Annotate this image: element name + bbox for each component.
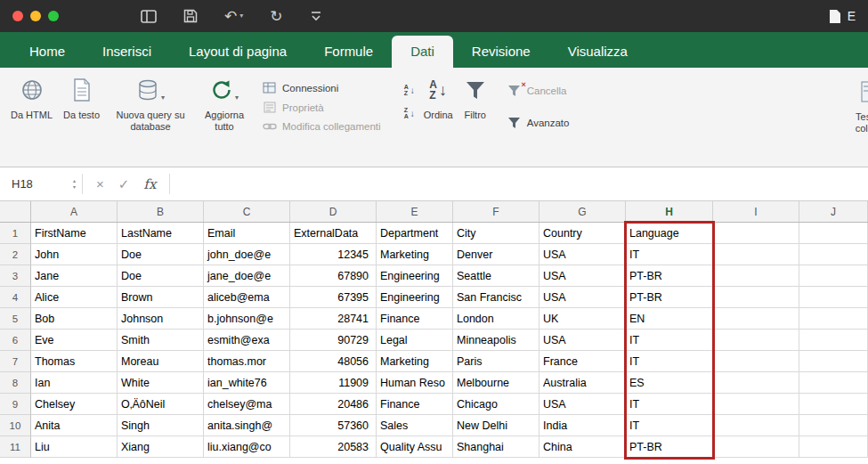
proprieta-button[interactable]: Proprietà	[262, 102, 381, 113]
cell-I3[interactable]	[713, 265, 799, 287]
aggiorna-tutto-button[interactable]: ▾ Aggiorna tutto	[198, 73, 251, 134]
cell-A1[interactable]: FirstName	[31, 223, 118, 244]
cell-H11[interactable]: PT-BR	[626, 436, 713, 458]
cell-E2[interactable]: Marketing	[377, 244, 453, 265]
sort-ascending-button[interactable]: AZ ↓	[404, 84, 415, 96]
cell-B5[interactable]: Johnson	[118, 308, 204, 330]
cell-E10[interactable]: Sales	[377, 415, 453, 436]
cell-D4[interactable]: 67395	[290, 287, 377, 308]
cell-J7[interactable]	[799, 351, 868, 372]
cell-F8[interactable]: Melbourne	[453, 372, 539, 394]
row-header-4[interactable]: 4	[0, 287, 31, 308]
confirm-entry-button[interactable]: ✓	[118, 176, 130, 192]
cell-B7[interactable]: Moreau	[118, 351, 204, 372]
cell-I7[interactable]	[713, 351, 799, 372]
cell-J1[interactable]	[799, 223, 868, 244]
name-box-stepper[interactable]: ▴ ▾	[73, 178, 82, 190]
testo-in-colonne-button[interactable]: Testo in colonne	[835, 75, 868, 136]
avanzato-button[interactable]: Avanzato	[507, 117, 570, 129]
column-header-B[interactable]: B	[118, 201, 204, 222]
cell-I8[interactable]	[713, 372, 799, 394]
cell-A2[interactable]: John	[31, 244, 118, 265]
tab-visualizza[interactable]: Visualizza	[549, 36, 646, 68]
cell-J2[interactable]	[799, 244, 868, 265]
cell-C11[interactable]: liu.xiang@co	[204, 436, 290, 458]
cell-G3[interactable]: USA	[539, 265, 626, 287]
minimize-button[interactable]	[30, 11, 41, 21]
cell-B11[interactable]: Xiang	[118, 436, 204, 458]
cell-I4[interactable]	[713, 287, 799, 308]
cell-A3[interactable]: Jane	[31, 265, 118, 287]
cell-G10[interactable]: India	[539, 415, 626, 436]
tab-home[interactable]: Home	[11, 36, 84, 68]
da-html-button[interactable]: Da HTML	[7, 73, 56, 123]
filtro-button[interactable]: Filtro	[460, 73, 491, 123]
cell-C3[interactable]: jane_doe@e	[204, 265, 290, 287]
cell-D5[interactable]: 28741	[290, 308, 377, 330]
column-header-E[interactable]: E	[377, 201, 453, 222]
cell-D7[interactable]: 48056	[290, 351, 377, 372]
cell-G6[interactable]: USA	[539, 330, 626, 351]
cell-B9[interactable]: O‚ÄôNeil	[118, 394, 204, 415]
tab-dati[interactable]: Dati	[392, 36, 453, 68]
cell-J11[interactable]	[799, 436, 868, 458]
column-header-F[interactable]: F	[453, 201, 539, 222]
cell-G5[interactable]: UK	[539, 308, 626, 330]
cell-B1[interactable]: LastName	[118, 223, 204, 244]
cell-I5[interactable]	[713, 308, 799, 330]
cell-H6[interactable]: IT	[626, 330, 713, 351]
column-header-D[interactable]: D	[290, 201, 377, 222]
cell-E9[interactable]: Finance	[377, 394, 453, 415]
cell-H10[interactable]: IT	[626, 415, 713, 436]
row-header-10[interactable]: 10	[0, 415, 31, 436]
cell-C9[interactable]: chelsey@ma	[204, 394, 290, 415]
cell-D6[interactable]: 90729	[290, 330, 377, 351]
cell-E5[interactable]: Finance	[377, 308, 453, 330]
tab-inserisci[interactable]: Inserisci	[84, 36, 170, 68]
cell-B3[interactable]: Doe	[118, 265, 204, 287]
cell-F10[interactable]: New Delhi	[453, 415, 539, 436]
cell-E7[interactable]: Marketing	[377, 351, 453, 372]
row-header-5[interactable]: 5	[0, 308, 31, 330]
select-all-corner[interactable]	[0, 201, 31, 222]
modifica-collegamenti-button[interactable]: Modifica collegamenti	[262, 121, 381, 132]
row-header-9[interactable]: 9	[0, 394, 31, 415]
da-testo-button[interactable]: Da testo	[60, 73, 103, 123]
cell-G8[interactable]: Australia	[539, 372, 626, 394]
connessioni-button[interactable]: Connessioni	[262, 82, 381, 94]
cell-I9[interactable]	[713, 394, 799, 415]
cell-I2[interactable]	[713, 244, 799, 265]
cell-E8[interactable]: Human Reso	[377, 372, 453, 394]
cell-H1[interactable]: Language	[626, 223, 713, 244]
cell-A10[interactable]: Anita	[31, 415, 118, 436]
cell-F7[interactable]: Paris	[453, 351, 539, 372]
save-button[interactable]	[183, 9, 198, 23]
cell-H2[interactable]: IT	[626, 244, 713, 265]
column-header-C[interactable]: C	[204, 201, 290, 222]
cell-C10[interactable]: anita.singh@	[204, 415, 290, 436]
cell-J9[interactable]	[799, 394, 868, 415]
cell-I10[interactable]	[713, 415, 799, 436]
cell-F11[interactable]: Shanghai	[453, 436, 539, 458]
cell-G4[interactable]: USA	[539, 287, 626, 308]
cell-D10[interactable]: 57360	[290, 415, 377, 436]
cell-J3[interactable]	[799, 265, 868, 287]
cell-I1[interactable]	[713, 223, 799, 244]
tab-formule[interactable]: Formule	[305, 36, 392, 68]
name-box[interactable]: H18 ▴ ▾	[0, 167, 82, 200]
cell-J6[interactable]	[799, 330, 868, 351]
cell-G11[interactable]: China	[539, 436, 626, 458]
cell-D3[interactable]: 67890	[290, 265, 377, 287]
cell-F5[interactable]: London	[453, 308, 539, 330]
column-header-A[interactable]: A	[31, 201, 118, 222]
cell-H8[interactable]: ES	[626, 372, 713, 394]
cell-C1[interactable]: Email	[204, 223, 290, 244]
cell-H9[interactable]: IT	[626, 394, 713, 415]
cell-D2[interactable]: 12345	[290, 244, 377, 265]
nuova-query-button[interactable]: ▾ Nuova query su database	[107, 73, 194, 134]
row-header-6[interactable]: 6	[0, 330, 31, 351]
cell-I6[interactable]	[713, 330, 799, 351]
row-header-2[interactable]: 2	[0, 244, 31, 265]
cell-E6[interactable]: Legal	[377, 330, 453, 351]
row-header-7[interactable]: 7	[0, 351, 31, 372]
